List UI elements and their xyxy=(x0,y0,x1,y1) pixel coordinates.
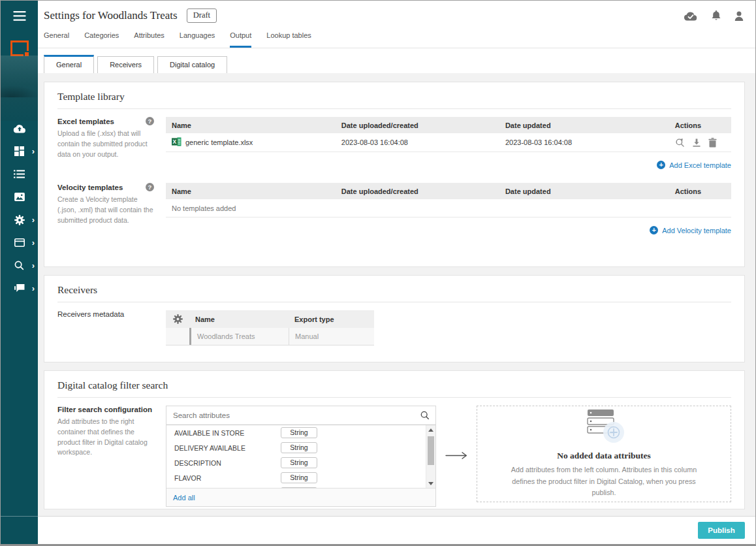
receivers-card: Receivers Receivers metadata Name Export… xyxy=(44,275,745,362)
help-icon[interactable]: ? xyxy=(146,183,154,191)
attribute-list-item[interactable]: AVAILABLE IN STORE String xyxy=(166,425,426,440)
vertical-scrollbar[interactable] xyxy=(426,425,435,488)
column-header-name: Name xyxy=(166,121,336,129)
attributes-list: AVAILABLE IN STORE String DELIVERY AVAIL… xyxy=(166,425,435,488)
receivers-metadata-label: Receivers metadata xyxy=(57,310,124,318)
section-divider xyxy=(57,108,731,109)
tab-output[interactable]: Output xyxy=(230,31,251,48)
menu-button[interactable] xyxy=(1,1,38,24)
page-content: Template library Excel templates ? Uploa… xyxy=(38,73,755,516)
gear-icon xyxy=(14,215,25,225)
empty-attributes-database-icon xyxy=(582,409,625,447)
chat-messages-icon xyxy=(14,284,25,293)
attribute-name: AVAILABLE IN STORE xyxy=(174,429,281,437)
page-header: Settings for Woodlands Treats Draft Gene… xyxy=(38,1,755,48)
scrollbar-up-icon xyxy=(428,428,433,432)
attribute-name: FLAVOR xyxy=(174,474,281,482)
attribute-list-item-partial[interactable] xyxy=(166,485,426,488)
tab-general[interactable]: General xyxy=(44,31,69,48)
scrollbar-down-icon xyxy=(428,482,433,485)
app-window: › › › › › xyxy=(0,0,756,546)
empty-state-description: Add attributes from the left column. Att… xyxy=(506,464,702,499)
add-all-link[interactable]: Add all xyxy=(173,494,195,502)
filter-search-label: Filter search configuration xyxy=(57,406,152,413)
column-header-export-type: Export type xyxy=(289,315,374,323)
sidebar-item-search[interactable]: › xyxy=(1,254,38,277)
help-icon[interactable]: ? xyxy=(146,117,154,125)
column-header-date-updated: Date updated xyxy=(499,121,669,129)
sidebar-item-media[interactable] xyxy=(1,185,38,208)
chevron-right-icon: › xyxy=(32,261,35,269)
attribute-type-badge: String xyxy=(281,472,317,483)
chevron-right-icon: › xyxy=(32,283,35,292)
tab-categories[interactable]: Categories xyxy=(84,31,119,48)
receivers-metadata-section: Receivers metadata Name Export type Wood… xyxy=(57,310,731,345)
velocity-templates-section: Velocity templates ? Create a Velocity t… xyxy=(57,183,731,237)
attribute-list-item[interactable]: DESCRIPTION String xyxy=(166,455,426,470)
section-heading-receivers: Receivers xyxy=(57,284,731,296)
main-tab-bar: General Categories Attributes Languages … xyxy=(38,27,755,48)
add-all-row: Add all xyxy=(166,488,435,506)
scrollbar-thumb[interactable] xyxy=(428,436,434,465)
section-heading-digital-catalog: Digital catalog filter search xyxy=(57,379,731,391)
section-divider xyxy=(57,397,731,398)
column-settings-gear-icon[interactable] xyxy=(166,314,189,324)
scrollbar-down-button[interactable] xyxy=(426,479,435,488)
trash-icon[interactable] xyxy=(708,138,717,148)
attribute-type-badge: String xyxy=(281,427,317,438)
download-icon[interactable] xyxy=(692,138,701,147)
table-row: Woodlands Treats Manual xyxy=(166,328,374,345)
chevron-right-icon: › xyxy=(32,238,35,246)
attribute-list-item[interactable]: FLAVOR String xyxy=(166,470,426,485)
tab-attributes[interactable]: Attributes xyxy=(134,31,164,48)
excel-templates-section: Excel templates ? Upload a file (.xlsx) … xyxy=(57,117,731,172)
filter-search-description: Add attributes to the right container th… xyxy=(57,417,154,458)
search-attributes-input[interactable] xyxy=(166,406,435,425)
excel-file-icon: X xyxy=(172,137,181,148)
replace-search-icon[interactable] xyxy=(675,138,685,148)
column-header-name: Name xyxy=(166,187,336,195)
sidebar-item-planner[interactable]: › xyxy=(1,231,38,254)
column-header-actions: Actions xyxy=(669,187,731,195)
planner-board-icon xyxy=(14,238,25,247)
sidebar-item-messages[interactable]: › xyxy=(1,277,38,300)
sidebar: › › › › › xyxy=(1,1,38,544)
right-arrow-icon xyxy=(445,451,467,462)
hamburger-icon xyxy=(13,11,26,24)
sidebar-item-apps[interactable]: › xyxy=(1,140,38,163)
attribute-list-item[interactable]: DELIVERY AVAILABLE String xyxy=(166,440,426,455)
tab-lookup-tables[interactable]: Lookup tables xyxy=(266,31,311,48)
empty-table-message: No templates added xyxy=(166,199,731,217)
subtab-digital-catalog[interactable]: Digital catalog xyxy=(157,56,227,73)
sidebar-item-settings[interactable]: › xyxy=(1,208,38,231)
notifications-bell-icon[interactable] xyxy=(712,10,721,21)
column-header-date-updated: Date updated xyxy=(499,187,669,195)
column-header-actions: Actions xyxy=(669,121,731,129)
subtab-receivers[interactable]: Receivers xyxy=(97,56,154,73)
plus-circle-icon: + xyxy=(657,161,665,169)
transfer-arrow-zone xyxy=(436,406,477,507)
filter-search-section: Filter search configuration Add attribut… xyxy=(57,406,731,507)
scrollbar-up-button[interactable] xyxy=(426,425,435,434)
add-excel-template-button[interactable]: + Add Excel template xyxy=(166,152,731,172)
cloud-sync-check-icon[interactable] xyxy=(684,11,698,21)
attribute-name: DELIVERY AVAILABLE xyxy=(174,444,281,452)
sidebar-item-upload[interactable] xyxy=(1,117,38,140)
chevron-right-icon: › xyxy=(32,215,35,223)
table-header-row: Name Date uploaded/created Date updated … xyxy=(166,183,731,199)
excel-templates-label: Excel templates xyxy=(57,118,114,125)
tab-languages[interactable]: Languages xyxy=(180,31,215,48)
add-velocity-template-button[interactable]: + Add Velocity template xyxy=(166,217,731,237)
subtab-general[interactable]: General xyxy=(44,55,94,73)
status-badge: Draft xyxy=(187,8,217,23)
main-area: Settings for Woodlands Treats Draft Gene… xyxy=(38,1,755,544)
file-name: generic template.xlsx xyxy=(185,138,253,146)
footer-bar: Publish xyxy=(38,516,755,544)
sidebar-item-list[interactable] xyxy=(1,163,38,185)
cloud-upload-icon xyxy=(13,124,26,133)
added-attributes-empty-panel: No added data attributes Add attributes … xyxy=(477,406,731,502)
publish-button[interactable]: Publish xyxy=(698,522,745,539)
add-velocity-template-label: Add Velocity template xyxy=(662,227,731,234)
user-profile-icon[interactable] xyxy=(734,11,744,21)
excel-templates-description: Upload a file (.xlsx) that will contain … xyxy=(57,129,154,159)
